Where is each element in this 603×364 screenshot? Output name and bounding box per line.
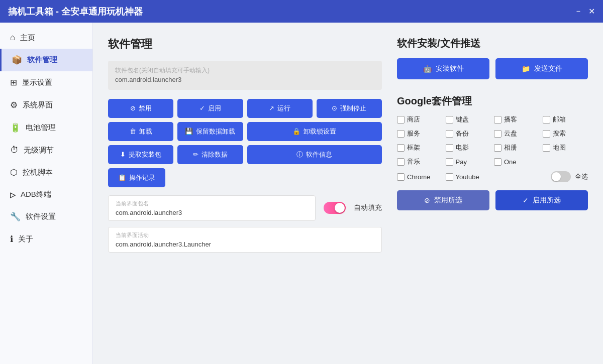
enable-button[interactable]: ✓ 启用 bbox=[177, 99, 243, 118]
one-checkbox[interactable] bbox=[494, 158, 501, 166]
run-icon: ↗ bbox=[269, 104, 274, 112]
package-input-box[interactable]: 软件包名(关闭自动填充可手动输入) com.android.launcher3 bbox=[108, 61, 382, 90]
google-item-service[interactable]: 服务 bbox=[397, 129, 443, 138]
sidebar-item-system-ui[interactable]: ⚙ 系统界面 bbox=[0, 94, 92, 116]
youtube-checkbox[interactable] bbox=[446, 173, 453, 181]
send-file-button[interactable]: 📁 发送文件 bbox=[495, 58, 588, 79]
sidebar-label-system-ui: 系统界面 bbox=[23, 100, 53, 110]
sidebar-label-script: 控机脚本 bbox=[23, 168, 53, 177]
current-activity-label: 当前界面活动 bbox=[116, 231, 374, 239]
sidebar-label-home: 主页 bbox=[20, 33, 35, 43]
google-item-youtube[interactable]: Youtube bbox=[446, 171, 491, 182]
uninstall-button[interactable]: 🗑 卸载 bbox=[108, 122, 173, 141]
google-item-framework[interactable]: 框架 bbox=[397, 143, 443, 152]
google-item-store[interactable]: 商店 bbox=[397, 115, 443, 124]
disable-button[interactable]: ⊘ 禁用 bbox=[108, 99, 173, 118]
google-item-movies[interactable]: 电影 bbox=[446, 143, 491, 152]
keep-data-uninstall-button[interactable]: 💾 保留数据卸载 bbox=[177, 122, 243, 141]
minimize-button[interactable]: － bbox=[574, 6, 582, 17]
service-checkbox[interactable] bbox=[397, 130, 405, 138]
install-software-button[interactable]: 🤖 安装软件 bbox=[397, 58, 489, 79]
google-item-select-all[interactable]: 全选 bbox=[494, 171, 588, 182]
google-item-chrome[interactable]: Chrome bbox=[397, 171, 443, 182]
sidebar-item-battery[interactable]: 🔋 电池管理 bbox=[0, 116, 92, 139]
photos-checkbox[interactable] bbox=[494, 144, 501, 152]
package-value: com.android.launcher3 bbox=[115, 75, 375, 85]
pay-checkbox[interactable] bbox=[446, 158, 453, 166]
google-item-player[interactable]: 播客 bbox=[494, 115, 540, 124]
google-item-backup[interactable]: 备份 bbox=[446, 129, 491, 138]
extract-apk-button[interactable]: ⬇ 提取安装包 bbox=[108, 145, 173, 164]
clipboard-icon: 📋 bbox=[118, 174, 126, 181]
sidebar-item-settings[interactable]: 🔧 软件设置 bbox=[0, 205, 92, 228]
database-icon: 💾 bbox=[185, 128, 193, 135]
folder-icon: 📁 bbox=[522, 65, 530, 73]
box-icon: 📦 bbox=[12, 55, 22, 65]
sidebar-label-software: 软件管理 bbox=[27, 55, 57, 65]
google-item-maps[interactable]: 地图 bbox=[543, 143, 588, 152]
current-activity-box: 当前界面活动 com.android.launcher3.Launcher bbox=[108, 227, 382, 253]
app-info-button[interactable]: ⓘ 软件信息 bbox=[247, 145, 382, 164]
terminal-icon: ▷ bbox=[10, 191, 16, 199]
package-placeholder: 软件包名(关闭自动填充可手动输入) bbox=[115, 66, 375, 75]
sidebar-item-home[interactable]: ⌂ 主页 bbox=[0, 27, 92, 49]
info-circle-icon: ⓘ bbox=[296, 150, 303, 159]
sidebar-item-software[interactable]: 📦 软件管理 bbox=[0, 49, 92, 71]
enable-selected-button[interactable]: ✓ 启用所选 bbox=[495, 190, 588, 210]
store-checkbox[interactable] bbox=[397, 116, 405, 124]
title-bar: 搞机工具箱 - 全安卓通用玩机神器 － ✕ bbox=[0, 0, 603, 23]
disable-selected-button[interactable]: ⊘ 禁用所选 bbox=[397, 190, 489, 210]
google-item-photos[interactable]: 相册 bbox=[494, 143, 540, 152]
search-checkbox[interactable] bbox=[543, 130, 550, 138]
movies-checkbox[interactable] bbox=[446, 144, 453, 152]
autofill-toggle[interactable] bbox=[324, 202, 346, 214]
music-checkbox[interactable] bbox=[397, 158, 405, 166]
google-items-grid: 商店 键盘 播客 邮箱 服务 bbox=[397, 115, 588, 182]
sidebar: ⌂ 主页 📦 软件管理 ⊞ 显示设置 ⚙ 系统界面 🔋 电池管理 ⏱ 无级调节 … bbox=[0, 23, 93, 364]
uninstall-lock-button[interactable]: 🔒 卸载锁设置 bbox=[247, 122, 382, 141]
trash-icon: 🗑 bbox=[130, 128, 136, 135]
google-item-search[interactable]: 搜索 bbox=[543, 129, 588, 138]
player-checkbox[interactable] bbox=[494, 116, 501, 124]
google-item-music[interactable]: 音乐 bbox=[397, 157, 443, 166]
mail-checkbox[interactable] bbox=[543, 116, 550, 124]
chrome-checkbox[interactable] bbox=[397, 173, 405, 181]
sidebar-item-adb[interactable]: ▷ ADB终端 bbox=[0, 184, 92, 205]
maps-checkbox[interactable] bbox=[543, 144, 550, 152]
stop-icon: ⊙ bbox=[332, 104, 337, 112]
framework-checkbox[interactable] bbox=[397, 144, 405, 152]
google-item-mail[interactable]: 邮箱 bbox=[543, 115, 588, 124]
google-item-one[interactable]: One bbox=[494, 157, 540, 166]
google-item-keyboard[interactable]: 键盘 bbox=[446, 115, 491, 124]
all-select-toggle[interactable] bbox=[551, 171, 571, 182]
sidebar-label-battery: 电池管理 bbox=[26, 123, 56, 133]
close-button[interactable]: ✕ bbox=[588, 6, 595, 17]
operation-log-button[interactable]: 📋 操作记录 bbox=[108, 168, 165, 187]
clear-data-button[interactable]: ✏ 清除数据 bbox=[177, 145, 243, 164]
sidebar-item-advanced[interactable]: ⏱ 无级调节 bbox=[0, 139, 92, 161]
google-item-pay[interactable]: Pay bbox=[446, 157, 491, 166]
sidebar-label-adb: ADB终端 bbox=[21, 190, 51, 199]
enable-selected-icon: ✓ bbox=[523, 196, 529, 204]
sidebar-item-script[interactable]: ⬡ 控机脚本 bbox=[0, 161, 92, 184]
sidebar-item-display[interactable]: ⊞ 显示设置 bbox=[0, 71, 92, 94]
google-item-placeholder bbox=[543, 157, 588, 166]
drive-checkbox[interactable] bbox=[494, 130, 501, 138]
current-activity-value: com.android.launcher3.Launcher bbox=[116, 240, 374, 248]
gear-icon: ⚙ bbox=[10, 100, 18, 110]
check-icon: ✓ bbox=[199, 104, 205, 112]
hex-icon: ⬡ bbox=[10, 167, 18, 178]
sidebar-item-about[interactable]: ℹ 关于 bbox=[0, 228, 92, 251]
run-button[interactable]: ↗ 运行 bbox=[247, 99, 313, 118]
software-management-title: 软件管理 bbox=[108, 37, 382, 52]
all-select-label: 全选 bbox=[575, 172, 588, 181]
current-package-label: 当前界面包名 bbox=[116, 200, 308, 207]
keyboard-checkbox[interactable] bbox=[446, 116, 453, 124]
google-item-drive[interactable]: 云盘 bbox=[494, 129, 540, 138]
ban-icon: ⊘ bbox=[130, 104, 136, 112]
home-icon: ⌂ bbox=[10, 33, 15, 43]
force-stop-button[interactable]: ⊙ 强制停止 bbox=[317, 99, 382, 118]
app-title: 搞机工具箱 - 全安卓通用玩机神器 bbox=[8, 6, 143, 18]
backup-checkbox[interactable] bbox=[446, 130, 453, 138]
lock-icon: 🔒 bbox=[292, 128, 300, 135]
